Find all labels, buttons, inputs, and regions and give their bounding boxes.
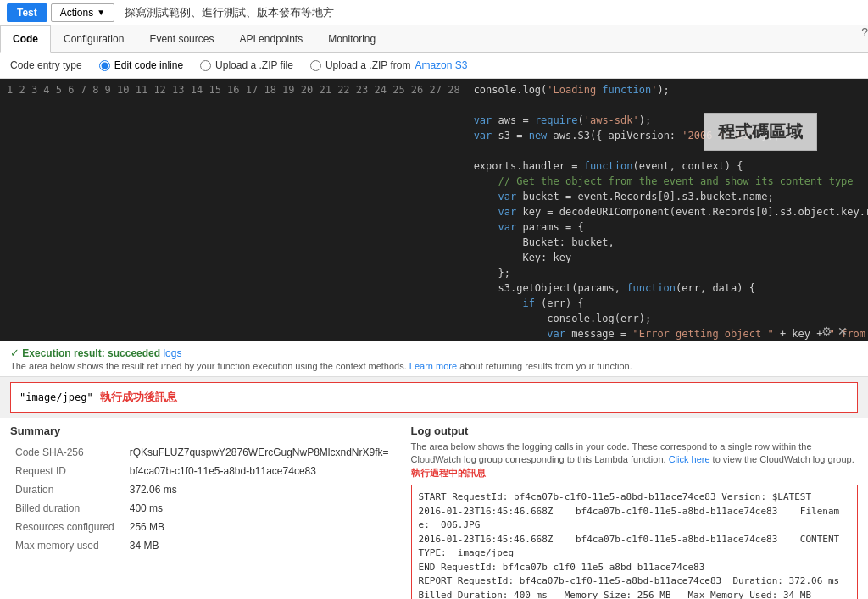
exec-logs-link[interactable]: logs	[163, 347, 181, 359]
code-editor: 1 2 3 4 5 6 7 8 9 10 11 12 13 14 15 16 1…	[0, 79, 868, 341]
summary-row: Billed duration 400 ms	[12, 500, 392, 517]
option-inline-label: Edit code inline	[114, 59, 183, 71]
option-s3zip[interactable]: Upload a .ZIP from Amazon S3	[310, 59, 468, 71]
log-desc-end: to view the CloudWatch log group.	[713, 454, 854, 464]
exec-status-icon: ✓	[10, 347, 19, 359]
bottom-area: Summary Code SHA-256 rQKsuFLUZ7quspwY287…	[0, 418, 868, 599]
summary-row: Duration 372.06 ms	[12, 481, 392, 498]
summary-row-value: 34 MB	[126, 537, 392, 554]
summary-section: Summary Code SHA-256 rQKsuFLUZ7quspwY287…	[10, 424, 394, 599]
summary-title: Summary	[10, 424, 394, 437]
code-area-label: 程式碼區域	[704, 113, 817, 151]
log-section: Log output The area below shows the logg…	[411, 424, 858, 599]
tab-bar: Code Configuration Event sources API end…	[0, 25, 868, 53]
summary-row-label: Duration	[12, 481, 125, 498]
amazon-s3-link[interactable]: Amazon S3	[415, 59, 467, 71]
test-button[interactable]: Test	[7, 3, 47, 22]
summary-row-value: 400 ms	[126, 500, 392, 517]
summary-row-value: rQKsuFLUZ7quspwY2876WErcGugNwP8MlcxndNrX…	[126, 444, 392, 461]
editor-close-icon[interactable]: ✕	[837, 324, 848, 338]
option-zip-label: Upload a .ZIP file	[215, 59, 293, 71]
summary-table: Code SHA-256 rQKsuFLUZ7quspwY2876WErcGug…	[10, 442, 394, 556]
help-icon[interactable]: ?	[861, 25, 868, 52]
result-output-box: "image/jpeg" 執行成功後訊息	[10, 382, 858, 413]
line-numbers: 1 2 3 4 5 6 7 8 9 10 11 12 13 14 15 16 1…	[0, 79, 467, 341]
log-highlight-text: 執行過程中的訊息	[411, 468, 486, 478]
tab-apiendpoints[interactable]: API endpoints	[226, 25, 315, 52]
summary-row-value: bf4ca07b-c1f0-11e5-a8bd-b11ace74ce83	[126, 463, 392, 480]
log-description: The area below shows the logging calls i…	[411, 441, 858, 480]
log-output-content: START RequestId: bf4ca07b-c1f0-11e5-a8bd…	[411, 485, 858, 599]
result-badge: 執行成功後訊息	[100, 390, 177, 405]
page-title: 探寫測試範例、進行測試、版本發布等地方	[125, 5, 334, 20]
exec-desc-text: The area below shows the result returned…	[10, 361, 407, 371]
execution-result: ✓ Execution result: succeeded logs The a…	[0, 341, 868, 377]
summary-row: Request ID bf4ca07b-c1f0-11e5-a8bd-b11ac…	[12, 463, 392, 480]
chevron-down-icon: ▼	[97, 8, 105, 17]
option-inline[interactable]: Edit code inline	[99, 59, 183, 71]
exec-desc-end: about returning results from your functi…	[459, 361, 632, 371]
code-entry-type-bar: Code entry type Edit code inline Upload …	[0, 53, 868, 79]
radio-s3zip[interactable]	[310, 60, 321, 71]
option-s3zip-label-prefix: Upload a .ZIP from	[326, 59, 411, 71]
summary-row-value: 372.06 ms	[126, 481, 392, 498]
tab-monitoring[interactable]: Monitoring	[315, 25, 388, 52]
code-entry-type-label: Code entry type	[10, 59, 82, 71]
exec-description: The area below shows the result returned…	[10, 361, 858, 371]
summary-row-value: 256 MB	[126, 519, 392, 535]
editor-settings-icon[interactable]: ⚙	[821, 324, 832, 338]
summary-row-label: Max memory used	[12, 537, 125, 554]
actions-button[interactable]: Actions ▼	[51, 3, 114, 22]
summary-row-label: Request ID	[12, 463, 125, 480]
radio-zip[interactable]	[200, 60, 211, 71]
exec-learnmore-link[interactable]: Learn more	[409, 361, 457, 371]
summary-row: Code SHA-256 rQKsuFLUZ7quspwY2876WErcGug…	[12, 444, 392, 461]
exec-status-text: Execution result: succeeded	[22, 347, 163, 359]
tab-code[interactable]: Code	[0, 25, 51, 53]
tab-configuration[interactable]: Configuration	[51, 25, 136, 52]
result-value: "image/jpeg"	[19, 391, 93, 403]
option-zip[interactable]: Upload a .ZIP file	[200, 59, 293, 71]
log-title: Log output	[411, 424, 858, 437]
summary-row: Max memory used 34 MB	[12, 537, 392, 554]
summary-row-label: Billed duration	[12, 500, 125, 517]
summary-row-label: Code SHA-256	[12, 444, 125, 461]
radio-inline[interactable]	[99, 60, 110, 71]
summary-row-label: Resources configured	[12, 519, 125, 535]
summary-row: Resources configured 256 MB	[12, 519, 392, 535]
top-bar: Test Actions ▼ 探寫測試範例、進行測試、版本發布等地方	[0, 0, 868, 25]
tab-eventsources[interactable]: Event sources	[136, 25, 226, 52]
log-click-here-link[interactable]: Click here	[669, 454, 710, 464]
actions-label: Actions	[60, 7, 93, 19]
